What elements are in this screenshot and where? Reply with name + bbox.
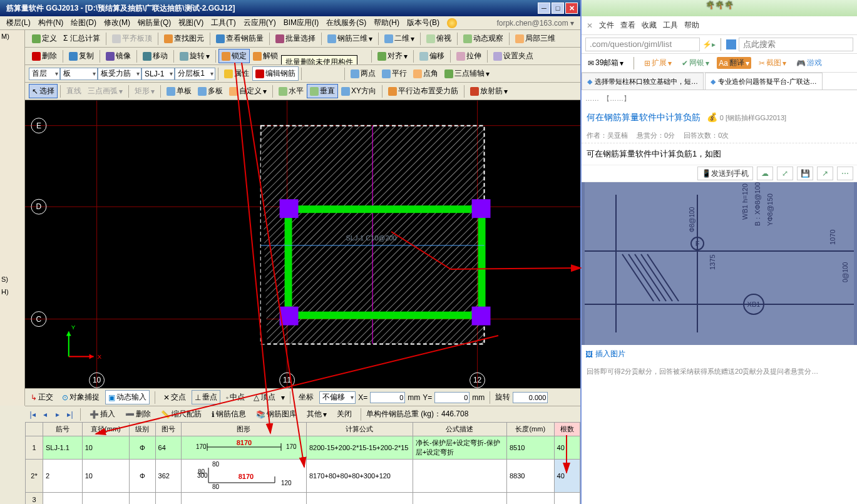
menu-version[interactable]: 版本号(B) xyxy=(403,16,443,29)
rot-input[interactable] xyxy=(513,392,548,403)
mirror-button[interactable]: 镜像 xyxy=(103,49,134,63)
cell-len[interactable] xyxy=(506,493,554,505)
findmap-button[interactable]: 查找图元 xyxy=(161,31,207,46)
menu-modify[interactable]: 修改(M) xyxy=(100,16,134,29)
search-input[interactable] xyxy=(739,38,853,51)
col-code[interactable]: 筋号 xyxy=(43,423,83,436)
menu-draw[interactable]: 绘图(D) xyxy=(67,16,100,29)
grid-lib[interactable]: 📚钢筋图库 xyxy=(252,408,300,421)
br-view[interactable]: 查看 xyxy=(620,20,635,31)
send-phone[interactable]: 📱发送到手机 xyxy=(697,167,753,180)
menu-cloud[interactable]: 云应用(Y) xyxy=(240,16,280,29)
nav-next[interactable]: ▸ xyxy=(53,409,63,419)
game-button[interactable]: 🎮游戏 xyxy=(794,56,824,69)
menu-help[interactable]: 帮助(H) xyxy=(370,16,403,29)
cell-formula[interactable]: 8170+80+80+80+300+120 xyxy=(306,460,413,493)
orbit-button[interactable]: 动态观察 xyxy=(460,31,506,46)
cell-len[interactable]: 8830 xyxy=(506,460,554,493)
cell-cnt[interactable]: 40 xyxy=(554,436,580,460)
grid-info[interactable]: ℹ钢筋信息 xyxy=(208,408,250,421)
cell-shape[interactable]: 300 8080 80 8170 120 xyxy=(181,460,306,493)
cloud-icon[interactable]: ☁ xyxy=(757,167,773,180)
br-file[interactable]: 文件 xyxy=(599,20,614,31)
ext-button[interactable]: ⊞扩展▾ xyxy=(642,56,674,69)
2d-button[interactable]: 二维▾ xyxy=(381,31,418,46)
maximize-button[interactable]: □ xyxy=(552,3,564,14)
cell-code[interactable]: 2 xyxy=(43,460,83,493)
grid-other[interactable]: 其他▾ xyxy=(303,408,331,421)
copy-button[interactable]: 复制 xyxy=(66,49,97,63)
mail-button[interactable]: ✉39邮箱▾ xyxy=(585,56,626,69)
vert-button[interactable]: 垂直 xyxy=(307,84,338,98)
apex-snap[interactable]: △顶点 xyxy=(250,390,279,404)
sub-dropdown[interactable]: 板受力筋 xyxy=(98,68,141,80)
stretch-button[interactable]: 拉伸 xyxy=(453,49,485,63)
cell-grade[interactable]: Φ xyxy=(130,436,155,460)
rotate-button[interactable]: 旋转▾ xyxy=(177,49,213,63)
tab-1[interactable]: ◆选择带短柱杯口独立基础中，短… xyxy=(582,73,704,90)
save-icon[interactable]: 💾 xyxy=(797,167,813,180)
cell-shape[interactable]: 170 8170 170 xyxy=(181,436,306,460)
horiz-button[interactable]: 水平 xyxy=(275,84,307,98)
col-tuno[interactable]: 图号 xyxy=(155,423,181,436)
col-shape[interactable]: 图形 xyxy=(181,423,306,436)
move-button[interactable]: 移动 xyxy=(140,49,171,63)
paw-icon[interactable] xyxy=(726,39,736,49)
cell-tuno[interactable]: 362 xyxy=(155,460,181,493)
cell-code[interactable] xyxy=(43,493,83,505)
editbar-button[interactable]: 编辑钢筋 xyxy=(252,66,299,81)
batch-select-button[interactable]: 批量选择 xyxy=(272,31,319,46)
br-fav[interactable]: 收藏 xyxy=(642,20,657,31)
close-button[interactable]: ✕ xyxy=(565,3,578,14)
grid-scale[interactable]: 📏缩尺配筋 xyxy=(157,408,205,421)
menu-view[interactable]: 视图(V) xyxy=(175,16,207,29)
cell-dia[interactable]: 10 xyxy=(82,460,130,493)
rebar-grid[interactable]: 筋号 直径(mm) 级别 图号 图形 计算公式 公式描述 长度(mm) 根数 1… xyxy=(25,422,580,504)
radial-button[interactable]: 放射筋▾ xyxy=(467,84,511,98)
offset-dropdown[interactable]: 不偏移 xyxy=(319,391,356,404)
topview-button[interactable]: 俯视 xyxy=(423,31,454,46)
menu-rebar[interactable]: 钢筋量(Q) xyxy=(134,16,175,29)
cell-cnt[interactable]: 40 xyxy=(554,460,580,493)
cell-dia[interactable]: 10 xyxy=(82,436,130,460)
custom-board[interactable]: 自定义▾ xyxy=(226,84,270,98)
cell-desc[interactable]: 净长-保护层+设定弯折-保护层+设定弯折 xyxy=(413,436,506,460)
br-tool[interactable]: 工具 xyxy=(663,20,678,31)
cell-desc[interactable] xyxy=(413,493,506,505)
ortho-toggle[interactable]: ↳正交 xyxy=(28,390,56,404)
inter-snap[interactable]: ✕交点 xyxy=(160,390,189,404)
xy-button[interactable]: XY方向 xyxy=(338,84,379,98)
share-icon[interactable]: ↗ xyxy=(817,167,833,180)
single-board[interactable]: 单板 xyxy=(163,84,195,98)
cell-len[interactable]: 8510 xyxy=(506,436,554,460)
minimize-button[interactable]: ─ xyxy=(538,3,550,14)
y-input[interactable] xyxy=(434,392,470,403)
col-cnt[interactable]: 根数 xyxy=(554,423,580,436)
align-button[interactable]: 对齐▾ xyxy=(374,49,411,63)
col-len[interactable]: 长度(mm) xyxy=(506,423,554,436)
nav-first[interactable]: |◂ xyxy=(28,409,38,419)
define-button[interactable]: 定义 xyxy=(29,31,60,46)
dyn-toggle[interactable]: ▣动态输入 xyxy=(105,390,150,404)
go-icon[interactable]: ⚡▸ xyxy=(702,40,716,49)
offset-button[interactable]: 偏移 xyxy=(416,49,448,63)
twopoint-button[interactable]: 两点 xyxy=(347,66,379,81)
menu-bim[interactable]: BIM应用(I) xyxy=(280,16,323,29)
perp-snap[interactable]: ⊥垂点 xyxy=(192,390,220,404)
line-tool[interactable]: 直线 xyxy=(63,84,85,98)
grid-insert[interactable]: ➕插入 xyxy=(86,408,119,421)
viewbar-button[interactable]: 查看钢筋量 xyxy=(213,31,267,46)
arc3-tool[interactable]: 三点画弧▾ xyxy=(85,84,126,98)
attachment-image[interactable]: F XB1 WB1 h=120 B：XΦ8@100 YΦ8@150 Φ8@100… xyxy=(582,182,857,345)
cell-dia[interactable] xyxy=(82,493,130,505)
floor-dropdown[interactable]: 首层 xyxy=(29,68,60,80)
br-help[interactable]: 帮助 xyxy=(684,20,699,31)
attr-button[interactable]: 属性 xyxy=(221,66,252,81)
cell-desc[interactable] xyxy=(413,460,506,493)
menu-floor[interactable]: 楼层(L) xyxy=(3,16,34,29)
insert-pic-link[interactable]: 🖼 插入图片 xyxy=(582,345,857,363)
multi-board[interactable]: 多板 xyxy=(195,84,226,98)
shot-button[interactable]: ✂截图▾ xyxy=(756,56,789,69)
grid-delete[interactable]: ➖删除 xyxy=(121,408,155,421)
layer-dropdown[interactable]: 分层板1 xyxy=(175,68,215,80)
